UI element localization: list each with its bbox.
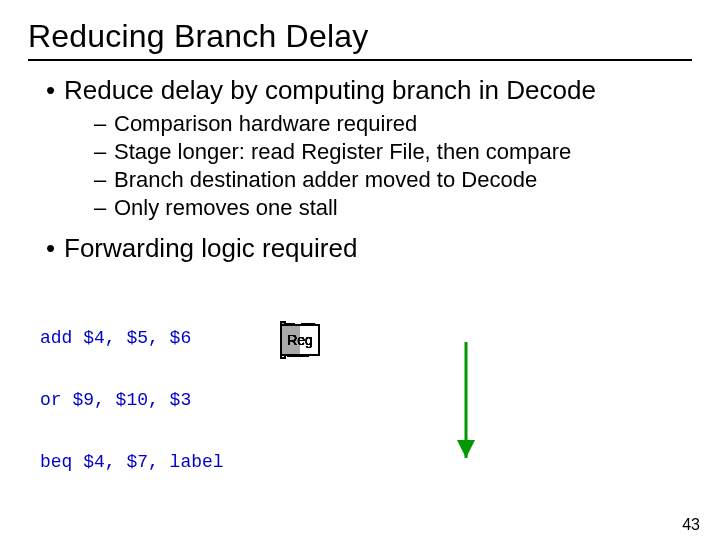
pipeline-diagram: IM Reg ALU DM Re [280,318,710,518]
reg-write-stage: Reg [280,324,320,356]
title-underline [28,59,692,61]
code-line-2: or $9, $10, $3 [40,390,191,410]
bullet-2: Forwarding logic required [46,233,692,264]
forwarding-arrow [280,318,710,518]
sub-a: Comparison hardware required [94,110,692,138]
bullet-1-text: Reduce delay by computing branch in Deco… [64,75,596,105]
code-line-1: add $4, $5, $6 [40,328,191,348]
slide-title: Reducing Branch Delay [28,18,692,55]
sub-d: Only removes one stall [94,194,692,222]
bullet-list: Reduce delay by computing branch in Deco… [28,75,692,264]
sub-b: Stage longer: read Register File, then c… [94,138,692,166]
code-line-3: beq $4, $7, label [40,452,224,472]
bullet-1: Reduce delay by computing branch in Deco… [46,75,692,223]
slide: Reducing Branch Delay Reduce delay by co… [0,0,720,540]
sub-c: Branch destination adder moved to Decode [94,166,692,194]
reg-label: Reg [287,332,313,348]
sub-bullet-list: Comparison hardware required Stage longe… [64,110,692,223]
page-number: 43 [682,516,700,534]
